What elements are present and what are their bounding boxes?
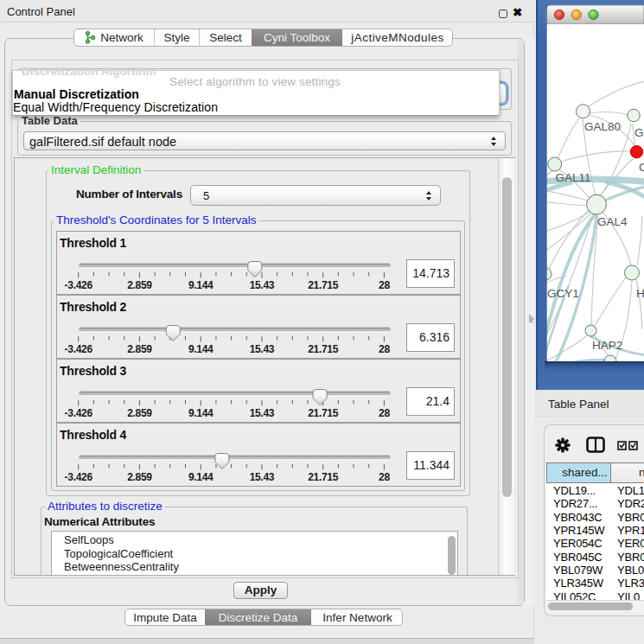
svg-text:2.859: 2.859	[127, 407, 152, 419]
svg-text:9.144: 9.144	[188, 279, 214, 291]
svg-text:-3.426: -3.426	[65, 471, 93, 483]
svg-text:GAL11: GAL11	[556, 171, 591, 184]
svg-text:15.43: 15.43	[250, 279, 275, 291]
svg-text:15.43: 15.43	[250, 407, 275, 419]
svg-text:21.715: 21.715	[308, 343, 339, 355]
svg-text:C: C	[639, 161, 644, 174]
svg-text:21.715: 21.715	[308, 407, 339, 419]
svg-text:GAL4: GAL4	[597, 215, 628, 228]
svg-text:-3.426: -3.426	[65, 407, 93, 419]
svg-text:2.859: 2.859	[127, 471, 152, 483]
svg-text:2.859: 2.859	[127, 343, 152, 355]
svg-text:21.715: 21.715	[308, 279, 339, 291]
svg-text:H: H	[636, 287, 644, 300]
svg-text:9.144: 9.144	[188, 407, 214, 419]
svg-text:9.144: 9.144	[188, 343, 214, 355]
svg-text:GCY1: GCY1	[547, 287, 579, 300]
svg-text:28: 28	[379, 471, 390, 483]
svg-text:15.43: 15.43	[250, 343, 275, 355]
svg-text:15.43: 15.43	[250, 471, 275, 483]
svg-text:GA: GA	[634, 126, 644, 139]
svg-text:-3.426: -3.426	[65, 343, 93, 355]
svg-text:28: 28	[379, 343, 390, 355]
svg-text:28: 28	[379, 279, 390, 291]
svg-text:2.859: 2.859	[127, 279, 152, 291]
svg-text:HAP2: HAP2	[592, 339, 622, 352]
svg-text:GAL80: GAL80	[584, 120, 621, 133]
svg-text:9.144: 9.144	[188, 471, 214, 483]
svg-text:-3.426: -3.426	[65, 279, 93, 291]
svg-text:21.715: 21.715	[308, 471, 339, 483]
svg-text:28: 28	[379, 407, 390, 419]
